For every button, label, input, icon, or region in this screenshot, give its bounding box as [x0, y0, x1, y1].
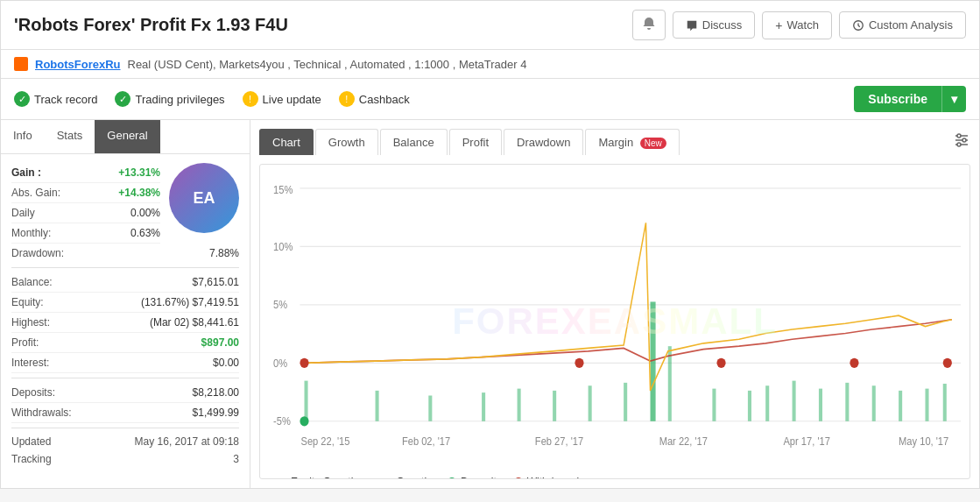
- cashback-label: Cashback: [359, 93, 410, 106]
- balance-label: Balance:: [11, 276, 53, 288]
- svg-rect-13: [668, 346, 672, 421]
- subscribe-dropdown-arrow[interactable]: ▾: [941, 86, 966, 112]
- chart-tab-chart[interactable]: Chart: [259, 129, 314, 155]
- deposit-dot-1: [300, 416, 308, 426]
- warning-icon-cashback: !: [339, 91, 355, 107]
- deposits-row: Deposits: $8,218.00: [11, 383, 239, 403]
- y-label-5: 5%: [273, 299, 288, 311]
- svg-rect-20: [872, 385, 876, 421]
- chart-tab-balance[interactable]: Balance: [380, 129, 448, 155]
- legend-equity-label: Equity Growth: [291, 476, 356, 479]
- updated-row: Updated May 16, 2017 at 09:18: [11, 433, 239, 450]
- discuss-button[interactable]: Discuss: [673, 11, 756, 39]
- tab-info[interactable]: Info: [1, 120, 45, 153]
- chart-tabs-left: Chart Growth Balance Profit Drawdown Mar…: [259, 129, 680, 155]
- chart-tab-drawdown[interactable]: Drawdown: [504, 129, 583, 155]
- highest-label: Highest:: [11, 316, 50, 329]
- withdrawal-dot-1: [300, 358, 308, 368]
- daily-value: 0.00%: [130, 207, 160, 219]
- chart-tabs: Chart Growth Balance Profit Drawdown Mar…: [259, 129, 970, 155]
- watch-button[interactable]: + Watch: [762, 11, 832, 39]
- svg-point-2: [962, 138, 966, 142]
- daily-row: Daily 0.00%: [11, 203, 160, 223]
- legend-deposit: Deposit: [448, 476, 497, 479]
- svg-rect-22: [925, 389, 928, 421]
- warning-icon-live: !: [243, 91, 258, 107]
- watermark: FOREXEASMALL: [452, 300, 778, 343]
- divider-3: [11, 428, 239, 428]
- balance-row: Balance: $7,615.01: [11, 272, 239, 293]
- svg-rect-15: [748, 391, 751, 421]
- svg-rect-16: [765, 385, 769, 421]
- updated-value: May 16, 2017 at 09:18: [135, 435, 239, 448]
- check-icon-trading: ✓: [115, 91, 130, 107]
- bell-button[interactable]: [632, 10, 666, 40]
- svg-rect-4: [305, 381, 308, 421]
- gain-row: Gain : +13.31%: [11, 163, 160, 183]
- updated-label: Updated: [11, 435, 51, 448]
- highest-row: Highest: (Mar 02) $8,441.61: [11, 313, 239, 333]
- tracking-label: Tracking: [11, 453, 52, 465]
- svg-rect-21: [899, 391, 902, 421]
- profit-value: $897.00: [201, 336, 239, 349]
- discuss-label: Discuss: [702, 18, 743, 32]
- drawdown-row: Drawdown: 7.88%: [11, 244, 239, 263]
- svg-point-1: [957, 134, 961, 138]
- info-panel: EA Gain : +13.31% Abs. Gain: +14.38% Dai…: [1, 154, 250, 477]
- drawdown-value: 7.88%: [209, 247, 239, 259]
- chart-settings-button[interactable]: [953, 131, 970, 153]
- tab-stats[interactable]: Stats: [45, 120, 95, 153]
- chart-tab-margin[interactable]: Margin New: [585, 129, 679, 155]
- ea-logo: EA: [169, 163, 239, 233]
- withdrawal-dot-4: [850, 358, 858, 368]
- svg-rect-9: [553, 391, 556, 421]
- legend-deposit-label: Deposit: [461, 476, 497, 479]
- abs-gain-row: Abs. Gain: +14.38%: [11, 183, 160, 203]
- svg-rect-19: [845, 383, 849, 421]
- legend-dot-deposit: [448, 477, 456, 479]
- header-actions: Discuss + Watch Custom Analysis: [632, 10, 966, 40]
- svg-rect-11: [624, 383, 627, 421]
- x-label-mar17: Mar 22, '17: [659, 435, 708, 447]
- gain-label: Gain :: [11, 166, 41, 179]
- daily-label: Daily: [11, 207, 35, 219]
- deposits-value: $8,218.00: [193, 386, 239, 399]
- header: 'Robots Forex' Profit Fx 1.93 F4U Discus…: [1, 1, 979, 50]
- chart-tab-growth[interactable]: Growth: [315, 129, 378, 155]
- track-record-label: Track record: [34, 93, 97, 106]
- chart-tab-profit[interactable]: Profit: [449, 129, 502, 155]
- profit-row: Profit: $897.00: [11, 333, 239, 353]
- tab-general[interactable]: General: [95, 120, 159, 153]
- y-label-0: 0%: [273, 357, 288, 369]
- withdrawal-dot-5: [943, 358, 952, 368]
- svg-rect-5: [376, 391, 379, 421]
- interest-label: Interest:: [11, 357, 49, 369]
- chart-legend: Equity Growth Growth Deposit Withdrawal: [269, 476, 961, 479]
- custom-analysis-label: Custom Analysis: [869, 18, 953, 32]
- main-container: 'Robots Forex' Profit Fx 1.93 F4U Discus…: [0, 0, 980, 489]
- account-logo: [14, 57, 28, 71]
- page-title: 'Robots Forex' Profit Fx 1.93 F4U: [14, 15, 288, 35]
- svg-rect-23: [943, 384, 947, 421]
- y-label-15: 15%: [273, 183, 293, 195]
- account-name[interactable]: RobotsForexRu: [35, 58, 121, 71]
- status-items: ✓ Track record ✓ Trading privileges ! Li…: [14, 91, 410, 107]
- legend-equity-growth: Equity Growth: [269, 476, 356, 479]
- x-label-sep15: Sep 22, '15: [300, 435, 349, 447]
- legend-withdrawal-label: Withdrawal: [527, 476, 579, 479]
- right-panel: Chart Growth Balance Profit Drawdown Mar…: [250, 120, 979, 488]
- withdrawals-value: $1,499.99: [193, 407, 239, 419]
- svg-rect-6: [428, 396, 432, 421]
- x-label-feb17-1: Feb 02, '17: [402, 435, 450, 447]
- withdrawal-dot-3: [716, 358, 725, 368]
- custom-analysis-button[interactable]: Custom Analysis: [839, 11, 966, 39]
- subscribe-button[interactable]: Subscribe ▾: [854, 86, 966, 112]
- account-bar: RobotsForexRu Real (USD Cent), Markets4y…: [1, 50, 979, 79]
- monthly-label: Monthly:: [11, 227, 51, 239]
- profit-label: Profit:: [11, 336, 39, 349]
- left-tabs-nav: Info Stats General: [1, 120, 250, 154]
- legend-growth-label: Growth: [396, 476, 430, 479]
- monthly-row: Monthly: 0.63%: [11, 223, 160, 244]
- svg-rect-18: [819, 389, 822, 421]
- monthly-value: 0.63%: [130, 227, 160, 239]
